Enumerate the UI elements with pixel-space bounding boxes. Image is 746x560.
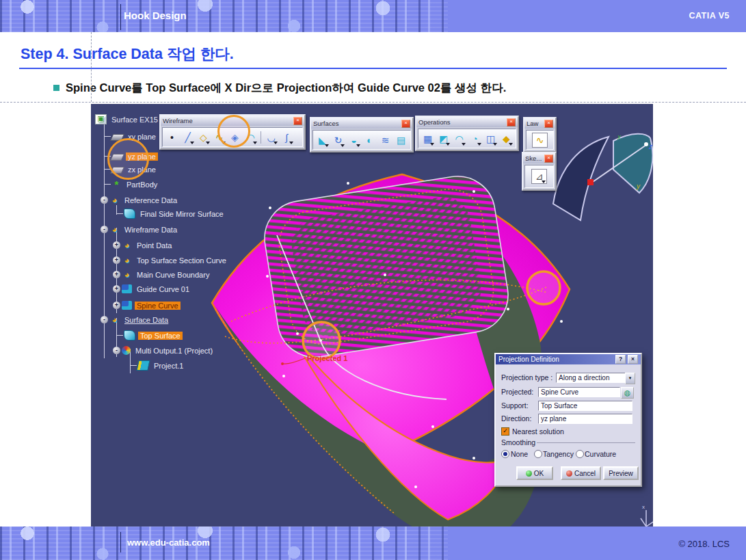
mini-axis-x-label: x: [642, 504, 645, 510]
projected-feature-label[interactable]: Projected 1: [307, 354, 347, 362]
toolbar-law-titlebar[interactable]: Law ×: [524, 118, 555, 129]
banner-pattern: [0, 526, 448, 560]
extrude-icon[interactable]: ◣: [315, 133, 330, 147]
collapse-icon[interactable]: -: [101, 196, 108, 204]
revolve-icon[interactable]: ↻: [331, 133, 345, 147]
close-icon[interactable]: ×: [293, 117, 302, 125]
tree-item-top-surface[interactable]: Top Surface: [116, 330, 183, 341]
toolbar-sketcher-title: Ske...: [525, 155, 542, 162]
catia-viewport[interactable]: Projected 1 x z y x Wireframe ×: [91, 104, 653, 526]
tree-item-label: Main Curve Boundary: [135, 271, 211, 279]
multi-selection-icon[interactable]: ◍: [621, 387, 634, 399]
tree-item-label: Wireframe Data: [122, 226, 179, 234]
tree-item-root[interactable]: ▣ Surface EX15: [95, 114, 160, 125]
sketch-icon[interactable]: ⊿: [531, 169, 547, 184]
tree-item-wireframe-data[interactable]: - ◕ Wireframe Data: [101, 224, 179, 235]
expand-icon[interactable]: +: [113, 256, 120, 264]
geometrical-set-icon: ◕: [109, 315, 120, 324]
ok-label: OK: [534, 470, 544, 477]
collapse-icon[interactable]: -: [113, 347, 120, 354]
toolbar-sketcher-titlebar[interactable]: Ske... ×: [523, 153, 555, 163]
radio-none[interactable]: [501, 450, 509, 458]
bullet-row: Spine Curve를 Top Surface에 X Dir으로 Projec…: [53, 81, 506, 96]
chevron-down-icon[interactable]: ▼: [625, 373, 635, 384]
tree-item-project-1[interactable]: Project.1: [130, 360, 185, 371]
compass-widget[interactable]: x z y: [553, 133, 652, 220]
compass-x-label: x: [617, 133, 622, 141]
projection-type-select[interactable]: Along a direction: [556, 373, 626, 383]
plane-icon[interactable]: ◇: [196, 131, 211, 144]
offset-icon[interactable]: ◐: [362, 133, 377, 147]
point-icon[interactable]: •: [165, 131, 179, 144]
tree-item-final-side-mirror-surface[interactable]: Final Side Mirror Surface: [116, 208, 226, 219]
line-icon[interactable]: ╱: [181, 131, 195, 144]
expand-icon[interactable]: +: [113, 302, 120, 309]
transform-icon[interactable]: ◆: [499, 132, 514, 146]
projected-input[interactable]: Spine Curve: [538, 387, 620, 397]
smoothing-label: Smoothing: [501, 438, 535, 446]
projection-definition-dialog: Projection Definition ? × Projection typ…: [494, 353, 642, 487]
radio-tangency[interactable]: [534, 450, 542, 458]
connect-curve-icon[interactable]: ∫: [280, 131, 294, 144]
smoothing-group: Smoothing: [496, 438, 641, 448]
direction-label: Direction:: [501, 414, 531, 423]
radio-curvature[interactable]: [576, 450, 584, 458]
expand-icon[interactable]: +: [113, 241, 120, 249]
close-icon[interactable]: ×: [507, 118, 516, 126]
checkbox-checked-icon[interactable]: ✓: [501, 427, 509, 436]
close-icon[interactable]: ×: [544, 155, 553, 163]
preview-button[interactable]: Preview: [603, 466, 639, 480]
join-icon[interactable]: ▦: [421, 132, 435, 146]
tree-item-guide-curve-01[interactable]: + Guide Curve 01: [113, 283, 191, 295]
boundary-icon[interactable]: ◔: [468, 132, 482, 146]
tree-item-main-curve-boundary[interactable]: + ◕ Main Curve Boundary: [113, 269, 211, 280]
extract-icon[interactable]: ◫: [483, 132, 498, 146]
close-icon[interactable]: ×: [401, 120, 410, 128]
tree-item-point-data[interactable]: + ◕ Point Data: [113, 239, 174, 251]
toolbar-separator: [261, 131, 261, 144]
tree-item-label: Surface Data: [122, 316, 170, 324]
radio-none-label: None: [511, 450, 528, 458]
geometrical-set-icon: ◕: [122, 256, 132, 265]
toolbar-sketcher: Ske... × ⊿: [522, 152, 557, 191]
part-icon: ▣: [95, 114, 107, 124]
slide: Hook Design CATIA V5 Step 4. Surface Dat…: [0, 0, 746, 560]
toolbar-operations-titlebar[interactable]: Operations ×: [416, 117, 518, 127]
help-icon[interactable]: ?: [615, 355, 626, 364]
close-icon[interactable]: ×: [544, 120, 553, 128]
sweep-icon[interactable]: ≋: [378, 133, 392, 147]
close-icon[interactable]: ×: [628, 355, 638, 364]
support-input[interactable]: Top Surface: [538, 401, 632, 411]
toolbar-operations: Operations × ▦ ◩ ◠ ◔ ◫ ◆: [415, 116, 519, 151]
tree-item-spine-curve[interactable]: + Spine Curve: [113, 299, 181, 311]
toolbar-law: Law × ∿: [523, 117, 557, 152]
dialog-titlebar[interactable]: Projection Definition ? ×: [496, 354, 641, 364]
tree-item-partbody[interactable]: * PartBody: [104, 178, 159, 190]
footer-site-link[interactable]: www.edu-catia.com: [127, 537, 210, 548]
trim-icon[interactable]: ◠: [452, 132, 466, 146]
expand-icon[interactable]: +: [113, 271, 120, 278]
cancel-label: Cancel: [574, 470, 596, 477]
law-curve-icon[interactable]: ∿: [532, 133, 548, 148]
split-icon[interactable]: ◩: [436, 132, 451, 146]
tree-item-label: PartBody: [124, 181, 159, 189]
toolbar-surfaces-titlebar[interactable]: Surfaces ×: [311, 118, 412, 129]
ok-button[interactable]: OK: [516, 466, 553, 480]
corner-icon[interactable]: ◡: [264, 131, 278, 144]
compass-anchor[interactable]: [587, 179, 594, 185]
expand-icon[interactable]: +: [113, 285, 120, 293]
tree-item-reference-data[interactable]: - ◕ Reference Data: [101, 194, 179, 206]
tree-item-top-surface-section-curve[interactable]: + ◕ Top Surface Section Curve: [113, 254, 228, 266]
brand-label: CATIA V5: [689, 11, 730, 21]
direction-input[interactable]: yz plane: [538, 414, 632, 424]
cancel-button[interactable]: Cancel: [561, 466, 601, 480]
tree-item-label: Guide Curve 01: [135, 285, 191, 293]
compass-z-label: z: [648, 143, 652, 150]
collapse-icon[interactable]: -: [101, 226, 108, 233]
tree-item-multi-output[interactable]: - Multi Output.1 (Project): [113, 345, 215, 356]
fill-icon[interactable]: ▤: [394, 133, 408, 147]
collapse-icon[interactable]: -: [101, 316, 108, 323]
projection-feature-icon: [136, 360, 150, 371]
sphere-icon[interactable]: ◒: [347, 133, 361, 147]
tree-item-surface-data[interactable]: - ◕ Surface Data: [101, 314, 170, 325]
